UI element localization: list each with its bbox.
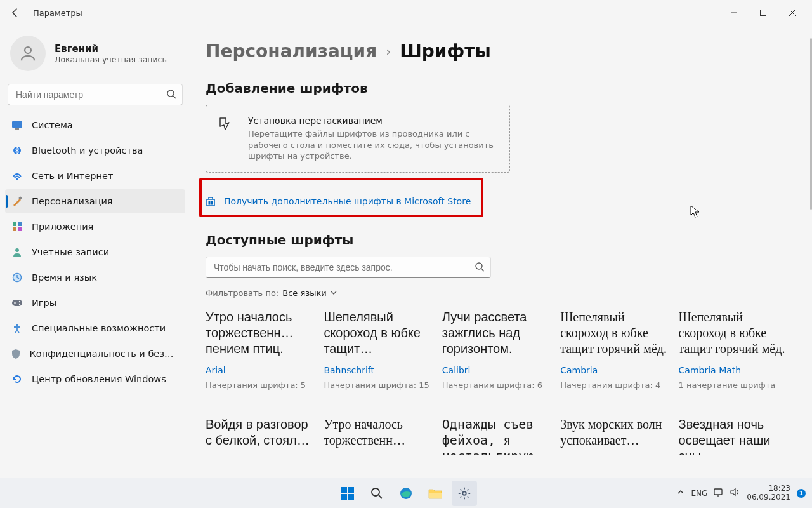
chevron-down-icon — [331, 290, 337, 296]
svg-line-4 — [173, 96, 176, 98]
highlight-annotation: Получить дополнительные шрифты в Microso… — [199, 178, 483, 217]
sidebar-item-gaming[interactable]: Игры — [5, 291, 185, 315]
font-card[interactable]: Однажды съев фейхоа, я ностальгирую — [442, 417, 550, 478]
svg-point-3 — [167, 90, 174, 97]
font-sample: Звездная ночь освещает наши сны. — [679, 417, 787, 455]
svg-point-30 — [372, 488, 379, 496]
minimize-button[interactable] — [719, 3, 749, 23]
gaming-icon — [11, 297, 23, 309]
svg-rect-26 — [341, 487, 347, 493]
maximize-button[interactable] — [749, 3, 778, 23]
font-name: Cambria — [560, 365, 668, 375]
svg-rect-16 — [12, 300, 22, 306]
sidebar-item-label: Центр обновления Windows — [32, 374, 166, 384]
system-icon — [11, 119, 23, 131]
font-card[interactable]: Лучи рассвета зажглись над горизонтом.Ca… — [442, 309, 550, 401]
avatar — [10, 36, 46, 71]
font-sample: Лучи рассвета зажглись над горизонтом. — [442, 309, 550, 360]
accessibility-icon — [11, 323, 23, 334]
settings-search — [8, 84, 183, 105]
font-sample: Утро началось торжественн… — [324, 417, 431, 455]
store-icon — [205, 196, 216, 207]
search-icon — [370, 487, 383, 500]
titlebar: Параметры — [0, 0, 812, 25]
font-card[interactable]: Шепелявый скороход в юбке тащит…Bahnschr… — [324, 309, 431, 401]
user-block[interactable]: Евгений Локальная учетная запись — [5, 30, 185, 84]
sidebar-item-label: Система — [32, 120, 73, 130]
sidebar-item-update[interactable]: Центр обновления Windows — [5, 367, 185, 391]
svg-point-18 — [19, 304, 20, 305]
filter-row: Фильтровать по: Все языки — [206, 288, 787, 298]
font-name: Bahnschrift — [324, 365, 431, 375]
search-icon — [166, 89, 176, 101]
filter-dropdown[interactable]: Все языки — [282, 288, 337, 298]
user-subtitle: Локальная учетная запись — [55, 55, 167, 64]
taskbar-settings-button[interactable] — [452, 481, 477, 506]
font-card[interactable]: Утро началось торжественн… пением птиц.A… — [206, 309, 313, 401]
start-button[interactable] — [335, 481, 360, 506]
sidebar-item-time[interactable]: Время и язык — [5, 265, 185, 290]
svg-rect-1 — [761, 10, 766, 16]
notification-badge[interactable]: 1 — [797, 489, 806, 498]
font-card[interactable]: Войдя в разговор с белкой, стоял… — [206, 417, 313, 478]
update-icon — [11, 373, 23, 385]
tray-expand-button[interactable] — [677, 488, 684, 498]
taskbar-explorer-button[interactable] — [422, 481, 448, 506]
get-more-fonts-link[interactable]: Получить дополнительные шрифты в Microso… — [200, 189, 480, 213]
svg-rect-20 — [209, 201, 211, 203]
chevron-up-icon — [677, 488, 684, 496]
taskbar-clock[interactable]: 18:23 06.09.2021 — [747, 485, 790, 502]
font-sample: Шепелявый скороход в юбке тащит… — [324, 309, 431, 360]
font-sample: Шепелявый скороход в юбке тащит горячий … — [679, 309, 787, 360]
drag-drop-zone[interactable]: Установка перетаскиванием Перетащите фай… — [206, 105, 510, 173]
accounts-icon — [11, 246, 23, 258]
gear-icon — [457, 486, 471, 500]
search-icon — [475, 262, 485, 274]
sidebar: Евгений Локальная учетная запись Система… — [0, 25, 190, 478]
close-button[interactable] — [778, 3, 807, 23]
sidebar-item-accounts[interactable]: Учетные записи — [5, 240, 185, 264]
network-icon[interactable] — [714, 488, 724, 498]
taskbar-edge-button[interactable] — [393, 481, 419, 506]
font-meta: Начертания шрифта: 4 — [560, 380, 668, 390]
person-icon — [18, 44, 37, 63]
personalization-icon — [11, 196, 23, 207]
volume-icon[interactable] — [730, 488, 740, 498]
sidebar-item-label: Игры — [32, 298, 56, 308]
svg-rect-21 — [211, 201, 213, 203]
sidebar-item-accessibility[interactable]: Специальные возможности — [5, 316, 185, 340]
back-button[interactable] — [5, 3, 25, 23]
font-card[interactable]: Звук морских волн успокаивает… — [560, 417, 668, 478]
sidebar-item-apps[interactable]: Приложения — [5, 215, 185, 239]
sidebar-item-label: Сеть и Интернет — [32, 171, 113, 181]
font-card[interactable]: Утро началось торжественн… — [324, 417, 431, 478]
user-name: Евгений — [55, 43, 167, 55]
sidebar-item-personalization[interactable]: Персонализация — [5, 189, 185, 213]
sidebar-item-network[interactable]: Сеть и Интернет — [5, 164, 185, 188]
bluetooth-icon — [11, 145, 23, 156]
sidebar-item-system[interactable]: Система — [5, 113, 185, 137]
breadcrumb: Персонализация › Шрифты — [206, 30, 787, 74]
system-tray: ENG 18:23 06.09.2021 1 — [677, 485, 812, 502]
svg-rect-22 — [209, 203, 211, 205]
arrow-left-icon — [10, 8, 20, 18]
breadcrumb-parent[interactable]: Персонализация — [206, 41, 377, 62]
sidebar-item-privacy[interactable]: Конфиденциальность и безопасность — [5, 342, 185, 366]
main-content: Персонализация › Шрифты Добавление шрифт… — [190, 25, 812, 478]
search-input[interactable] — [8, 84, 183, 105]
keyboard-language[interactable]: ENG — [691, 489, 707, 498]
svg-point-8 — [16, 178, 18, 180]
sidebar-item-bluetooth[interactable]: Bluetooth и устройства — [5, 138, 185, 163]
font-card[interactable]: Шепелявый скороход в юбке тащит горячий … — [560, 309, 668, 401]
sidebar-item-label: Приложения — [32, 222, 93, 232]
font-search-input[interactable] — [206, 257, 491, 278]
section-available-fonts: Доступные шрифты — [206, 232, 787, 248]
taskbar-search-button[interactable] — [364, 481, 390, 506]
svg-line-25 — [481, 269, 484, 271]
svg-rect-9 — [18, 196, 22, 200]
svg-rect-11 — [18, 222, 22, 226]
font-meta: 1 начертание шрифта — [679, 380, 787, 390]
font-card[interactable]: Звездная ночь освещает наши сны. — [679, 417, 787, 478]
font-sample: Звук морских волн успокаивает… — [560, 417, 668, 455]
font-card[interactable]: Шепелявый скороход в юбке тащит горячий … — [679, 309, 787, 401]
